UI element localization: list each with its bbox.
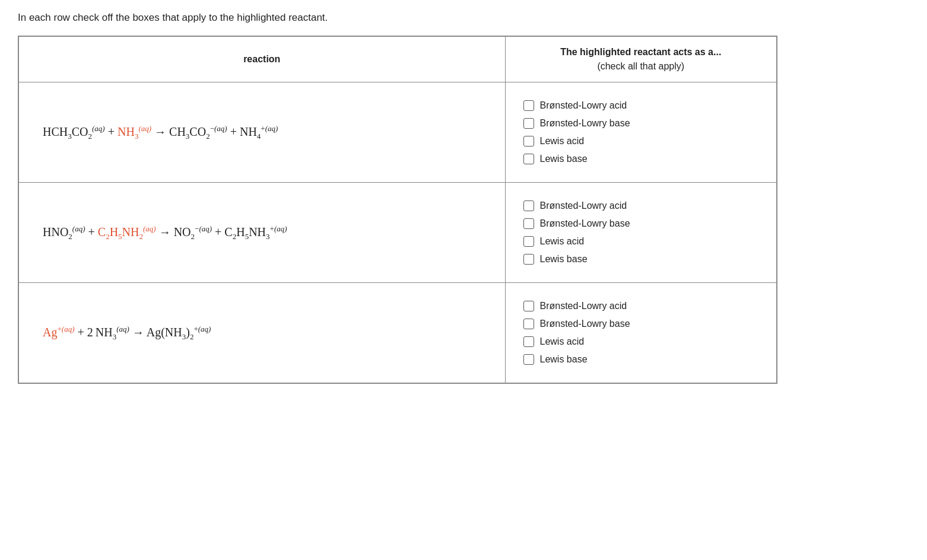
checkbox-3-lewis-base[interactable] — [523, 354, 534, 365]
check-label: Lewis base — [540, 254, 588, 265]
check-item: Lewis acid — [523, 136, 759, 147]
check-item: Lewis base — [523, 354, 759, 365]
checkbox-3-bronsted-acid[interactable] — [523, 301, 534, 311]
checkbox-1-bronsted-base[interactable] — [523, 118, 534, 129]
check-item: Lewis acid — [523, 236, 759, 247]
reaction-formula-2: HNO2(aq) + C2H5NH2(aq) → NO2−(aq) + C2H5… — [43, 225, 287, 238]
table-row: HNO2(aq) + C2H5NH2(aq) → NO2−(aq) + C2H5… — [18, 183, 777, 283]
check-label: Brønsted-Lowry acid — [540, 301, 627, 311]
check-item: Brønsted-Lowry acid — [523, 100, 759, 111]
col-header-reaction: reaction — [18, 36, 505, 82]
checks-cell-1: Brønsted-Lowry acid Brønsted-Lowry base … — [505, 82, 777, 183]
checkbox-1-lewis-base[interactable] — [523, 154, 534, 164]
check-label: Lewis base — [540, 354, 588, 365]
check-label: Brønsted-Lowry base — [540, 118, 630, 129]
reaction-formula-1: HCH3CO2(aq) + NH3(aq) → CH3CO2−(aq) + NH… — [43, 125, 278, 138]
check-item: Lewis acid — [523, 336, 759, 347]
checkbox-1-lewis-acid[interactable] — [523, 136, 534, 147]
check-item: Brønsted-Lowry base — [523, 319, 759, 329]
reaction-cell-2: HNO2(aq) + C2H5NH2(aq) → NO2−(aq) + C2H5… — [18, 183, 505, 283]
check-label: Brønsted-Lowry base — [540, 218, 630, 229]
check-item: Lewis base — [523, 154, 759, 164]
check-label: Brønsted-Lowry acid — [540, 100, 627, 111]
checkbox-2-lewis-acid[interactable] — [523, 236, 534, 247]
page-instruction: In each row check off the boxes that app… — [18, 12, 909, 24]
check-label: Lewis base — [540, 154, 588, 164]
main-table: reaction The highlighted reactant acts a… — [18, 36, 777, 384]
checkbox-2-lewis-base[interactable] — [523, 254, 534, 265]
check-item: Brønsted-Lowry acid — [523, 301, 759, 311]
check-label: Brønsted-Lowry base — [540, 319, 630, 329]
check-label: Lewis acid — [540, 336, 585, 347]
table-row: Ag+(aq) + 2 NH3(aq) → Ag(NH3)2+(aq) Brøn… — [18, 283, 777, 384]
checkbox-2-bronsted-acid[interactable] — [523, 201, 534, 211]
reaction-cell-3: Ag+(aq) + 2 NH3(aq) → Ag(NH3)2+(aq) — [18, 283, 505, 384]
col-header-checks: The highlighted reactant acts as a... (c… — [505, 36, 777, 82]
reaction-formula-3: Ag+(aq) + 2 NH3(aq) → Ag(NH3)2+(aq) — [43, 326, 211, 339]
checkbox-1-bronsted-acid[interactable] — [523, 100, 534, 111]
checkbox-2-bronsted-base[interactable] — [523, 218, 534, 229]
check-item: Lewis base — [523, 254, 759, 265]
checks-cell-3: Brønsted-Lowry acid Brønsted-Lowry base … — [505, 283, 777, 384]
check-label: Lewis acid — [540, 236, 585, 247]
check-item: Brønsted-Lowry acid — [523, 201, 759, 211]
check-label: Brønsted-Lowry acid — [540, 201, 627, 211]
check-item: Brønsted-Lowry base — [523, 118, 759, 129]
checkbox-3-lewis-acid[interactable] — [523, 336, 534, 347]
check-item: Brønsted-Lowry base — [523, 218, 759, 229]
checkbox-3-bronsted-base[interactable] — [523, 319, 534, 329]
reaction-cell-1: HCH3CO2(aq) + NH3(aq) → CH3CO2−(aq) + NH… — [18, 82, 505, 183]
check-label: Lewis acid — [540, 136, 585, 147]
table-row: HCH3CO2(aq) + NH3(aq) → CH3CO2−(aq) + NH… — [18, 82, 777, 183]
checks-cell-2: Brønsted-Lowry acid Brønsted-Lowry base … — [505, 183, 777, 283]
